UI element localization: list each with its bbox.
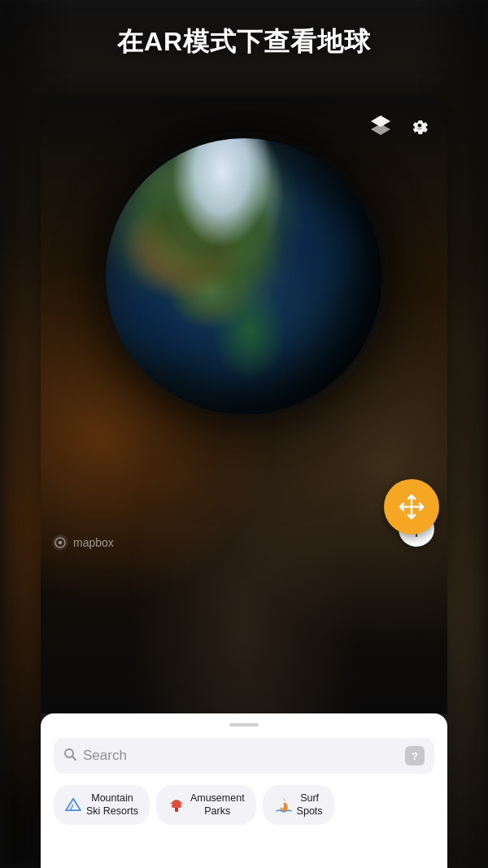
amusement-parks-label: AmusementParks <box>190 792 245 818</box>
map-icons <box>366 111 434 140</box>
category-surf-spots[interactable]: SurfSpots <box>263 785 334 825</box>
mountain-ski-resorts-label: MountainSki Resorts <box>86 792 138 818</box>
ar-icon <box>397 492 426 521</box>
mapbox-logo-icon <box>54 537 66 548</box>
ar-mode-button[interactable] <box>384 479 439 534</box>
category-amusement-parks[interactable]: AmusementParks <box>156 785 256 825</box>
mountain-icon <box>65 797 81 812</box>
layers-icon <box>369 114 392 137</box>
mapbox-brand: mapbox <box>52 534 114 551</box>
search-bar[interactable]: Search ? <box>54 738 434 774</box>
search-icon <box>63 748 76 764</box>
svg-point-3 <box>59 541 62 544</box>
category-mountain-ski-resorts[interactable]: MountainSki Resorts <box>54 785 150 825</box>
svg-line-13 <box>70 805 73 810</box>
mapbox-logo <box>52 534 68 551</box>
search-placeholder-text: Search <box>83 748 399 764</box>
search-hint-badge[interactable]: ? <box>405 746 425 765</box>
surf-spots-label: SurfSpots <box>297 792 323 818</box>
bottom-sheet: Search ? MountainSki Resorts <box>41 713 447 868</box>
search-magnifier-icon <box>63 748 76 761</box>
page-title: 在AR模式下查看地球 <box>0 24 488 60</box>
globe-container <box>106 138 382 415</box>
map-view: mapbox <box>41 98 447 713</box>
settings-button[interactable] <box>405 111 434 140</box>
amusement-icon <box>168 796 185 813</box>
app-frame: mapbox <box>41 98 447 868</box>
gear-icon <box>408 114 431 137</box>
svg-point-9 <box>410 505 414 509</box>
surf-icon <box>274 796 292 813</box>
svg-rect-16 <box>173 801 180 805</box>
svg-marker-1 <box>371 124 390 135</box>
category-row: MountainSki Resorts AmusementParks <box>54 785 434 825</box>
svg-line-11 <box>72 757 76 760</box>
sheet-handle <box>229 723 259 726</box>
layers-button[interactable] <box>366 111 395 140</box>
mapbox-label: mapbox <box>73 536 114 549</box>
globe <box>106 138 382 415</box>
